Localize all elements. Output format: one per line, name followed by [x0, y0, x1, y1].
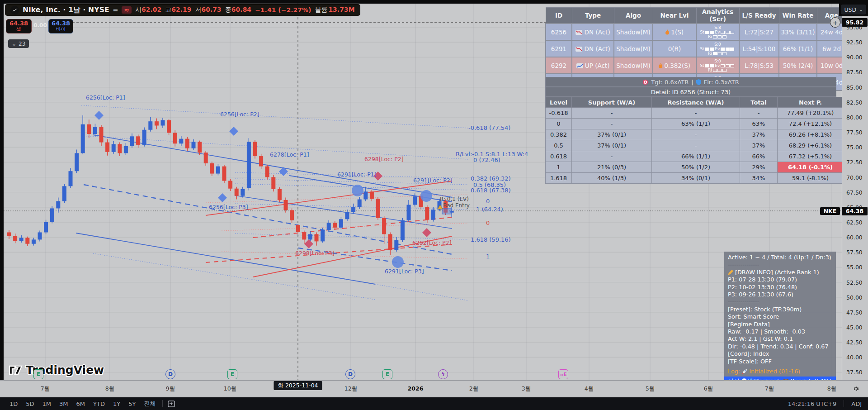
price-axis[interactable]: 95.0092.5090.0087.5085.0082.5080.0077.50…: [842, 4, 868, 380]
compare-icon[interactable]: ▬: [113, 7, 118, 13]
screener-column-header[interactable]: ID: [546, 8, 572, 24]
adj-toggle[interactable]: ADJ: [851, 400, 862, 407]
detail-cell: -: [652, 129, 740, 140]
screener-column-header[interactable]: Near Lvl: [653, 8, 696, 24]
dividend-marker-icon[interactable]: D: [345, 369, 355, 379]
range-button-1m[interactable]: 1M: [38, 400, 56, 407]
time-axis[interactable]: 7월8월9월10월12월20262월3월4월5월6월7월8월: [0, 380, 868, 398]
screener-column-header[interactable]: Type: [572, 8, 614, 24]
estimate-marker-icon[interactable]: ≈E: [558, 369, 568, 379]
symbol-title[interactable]: Nike, Inc. · 1날 · NYSE: [23, 5, 109, 15]
info-line: ---------------: [728, 298, 832, 305]
range-button-1y[interactable]: 1Y: [109, 400, 124, 407]
screener-row[interactable]: 6291 DN (Act)Shadow(M)0(R)S:0StEvRiL:54|…: [546, 40, 846, 57]
price-tick: 50.00: [846, 294, 863, 300]
range-button-3m[interactable]: 3M: [55, 400, 72, 407]
detail-cell: 0.5: [546, 140, 572, 151]
object-tree-toggle[interactable]: ⌄ 23: [8, 39, 29, 48]
add-alert-plus-icon[interactable]: +: [830, 17, 840, 28]
separator: |: [691, 79, 693, 86]
chevron-down-icon: ⌄: [12, 41, 16, 47]
price-tick: 75.00: [846, 144, 863, 151]
cell-win-rate: 50% (2/4): [779, 57, 817, 74]
gear-icon[interactable]: [852, 385, 860, 393]
price-tick: 37.50: [846, 369, 863, 376]
cell-analytics: S:8StEvRi: [696, 24, 739, 40]
quote-item: 종60.84: [225, 6, 251, 14]
currency-label: USD: [844, 6, 856, 13]
pivot-label: 6256[Loc: P3]: [209, 204, 248, 210]
info-line: [DRAW INFO] (Active Rank 1): [728, 269, 832, 276]
info-line: P2: 10-02 13:30 (76.48): [728, 284, 832, 291]
earnings-marker-icon[interactable]: E: [33, 369, 43, 379]
floor-label: Flr: 0.3xATR: [704, 79, 739, 86]
range-button-5d[interactable]: 5D: [22, 400, 38, 407]
cell-algo: Shadow(M): [614, 57, 653, 74]
screener-column-header[interactable]: Analytics (Scr): [696, 8, 739, 24]
dividend-marker-icon[interactable]: D: [165, 369, 175, 379]
detail-row[interactable]: 0.618-66% (1/1)66%67.32 (+5.1%): [546, 151, 844, 162]
range-button-ytd[interactable]: YTD: [89, 400, 109, 407]
range-button-전체[interactable]: 전체: [140, 400, 160, 408]
range-button-6m[interactable]: 6M: [72, 400, 90, 407]
object-count: 23: [19, 41, 25, 47]
detail-cell: 21% (0/3): [572, 162, 652, 173]
detail-cell: 66%: [740, 151, 778, 162]
detail-cell: 72.4 (+12.1%): [778, 119, 844, 129]
earnings-marker-icon[interactable]: E: [382, 369, 392, 379]
detail-row[interactable]: 0-63% (1/1)63%72.4 (+12.1%): [546, 119, 844, 129]
sell-button[interactable]: 64.38 셀: [6, 19, 32, 33]
clock[interactable]: 14:21:16 UTC+9: [788, 400, 836, 407]
detail-row[interactable]: 0.38237% (0/1)-37%69.26 (+8.1%): [546, 129, 844, 140]
cell-near-level: 0.382(S): [653, 57, 696, 74]
detail-cell: 63%: [740, 119, 778, 129]
detail-cell: 29%: [740, 162, 778, 173]
volume-label: 볼륨: [315, 6, 327, 14]
pivot-label: 6292[Loc: P2]: [412, 239, 452, 246]
range-button-5y[interactable]: 5Y: [124, 400, 140, 407]
symbol-header[interactable]: Nike, Inc. · 1날 · NYSE ▬ ≈ 시62.02고62.19저…: [5, 4, 360, 16]
earnings-marker-icon[interactable]: E: [227, 369, 237, 379]
spread-value: 0.00: [33, 22, 47, 29]
cell-ls-ready: L:78|S:53: [739, 57, 779, 74]
detail-cell: 64.18 (-0.1%): [778, 162, 844, 173]
time-tick: 10월: [224, 385, 236, 393]
fib-level-label: 0: [486, 219, 490, 226]
tradingview-watermark: TradingView: [9, 363, 104, 377]
price-tick: 72.50: [846, 159, 863, 166]
detail-title: Detail: ID 6256 (Struct: 73): [545, 87, 836, 97]
screener-row[interactable]: 6256 DN (Act)Shadow(M) 1(S)S:8StEvRiL:72…: [546, 24, 846, 40]
detail-column-header: Level: [546, 97, 572, 108]
screener-row[interactable]: 6292 UP (Act)Shadow(M) 0.382(S)S:0StEvRi…: [546, 57, 846, 74]
detail-cell: 37%: [740, 140, 778, 151]
currency-dropdown[interactable]: USD ⌄: [841, 5, 866, 14]
buy-button[interactable]: 64.38 바이: [48, 19, 73, 33]
go-to-date-icon[interactable]: [167, 400, 175, 408]
screener-column-header[interactable]: Win Rate: [779, 8, 817, 24]
detail-row[interactable]: 1.61840% (1/3)34% (0/1)34%59.1 (-8.1%): [546, 173, 844, 184]
time-tick: 2026: [408, 385, 424, 392]
detail-cell: 63% (1/1): [652, 119, 740, 129]
range-button-1d[interactable]: 1D: [5, 400, 22, 407]
split-marker-icon[interactable]: ϟ: [438, 369, 448, 379]
detail-row[interactable]: 121% (0/3)50% (1/2)29%64.18 (-0.1%): [546, 162, 844, 173]
price-tick: 67.50: [846, 189, 863, 195]
info-line: Act W: 2.1 | Gst W: 0.1: [728, 335, 832, 343]
price-tick: 82.50: [846, 99, 863, 105]
screener-column-header[interactable]: L/S Ready: [739, 8, 779, 24]
target-icon: [642, 79, 648, 85]
detail-cell: -0.618: [546, 108, 572, 119]
cell-analytics: S:0StEvRi: [696, 40, 739, 57]
detail-row[interactable]: -0.618---77.49 (+20.1%): [546, 108, 844, 119]
screener-column-header[interactable]: Algo: [614, 8, 653, 24]
cell-type: DN (Act): [572, 24, 614, 40]
quote-item: 고62.19: [165, 6, 191, 14]
price-tick: 55.00: [846, 264, 863, 271]
time-tick: 8월: [827, 385, 836, 393]
change-value: −1.41 (−2.27%): [255, 6, 311, 14]
buy-price: 64.38: [52, 20, 70, 27]
detail-row[interactable]: 0.537% (0/1)-37%68.29 (+6.1%): [546, 140, 844, 151]
pivot-label: 6291[Loc: P2]: [413, 177, 453, 184]
price-tick: 62.50: [846, 219, 863, 225]
detail-table[interactable]: LevelSupport (W/A)Resistance (W/A)TotalN…: [545, 97, 844, 184]
